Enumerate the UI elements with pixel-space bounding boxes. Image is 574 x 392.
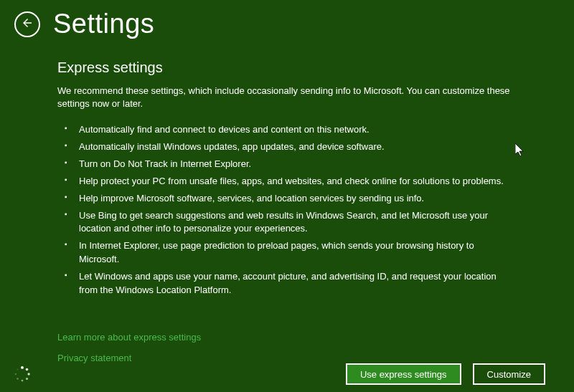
svg-point-7: [17, 368, 18, 370]
list-item: Automatically find and connect to device…: [65, 123, 517, 137]
svg-point-0: [21, 366, 24, 369]
settings-list: Automatically find and connect to device…: [57, 123, 517, 297]
use-express-settings-button[interactable]: Use express settings: [346, 363, 461, 385]
customize-button[interactable]: Customize: [473, 363, 545, 385]
list-item: Automatically install Windows updates, a…: [65, 140, 517, 154]
list-item: Help improve Microsoft software, service…: [65, 192, 517, 206]
intro-text: We recommend these settings, which inclu…: [57, 85, 517, 110]
svg-point-6: [15, 373, 17, 375]
subtitle: Express settings: [57, 59, 517, 76]
content: Express settings We recommend these sett…: [0, 45, 574, 363]
footer-buttons: Use express settings Customize: [346, 363, 545, 385]
header: Settings: [0, 0, 574, 45]
learn-more-link[interactable]: Learn more about express settings: [57, 332, 517, 343]
back-arrow-icon: [21, 16, 34, 32]
svg-point-2: [27, 373, 29, 375]
svg-point-4: [22, 380, 24, 382]
svg-point-1: [26, 368, 29, 371]
list-item: Turn on Do Not Track in Internet Explore…: [65, 158, 517, 171]
back-button[interactable]: [14, 11, 40, 37]
list-item: In Internet Explorer, use page predictio…: [65, 239, 517, 267]
list-item: Use Bing to get search suggestions and w…: [65, 209, 517, 236]
page-title: Settings: [53, 9, 154, 39]
svg-point-5: [17, 378, 19, 380]
list-item: Help protect your PC from unsafe files, …: [65, 175, 517, 188]
footer: Use express settings Customize: [0, 356, 574, 392]
list-item: Let Windows and apps use your name, acco…: [65, 270, 517, 297]
loading-spinner-icon: [13, 365, 32, 383]
svg-point-3: [26, 378, 28, 380]
